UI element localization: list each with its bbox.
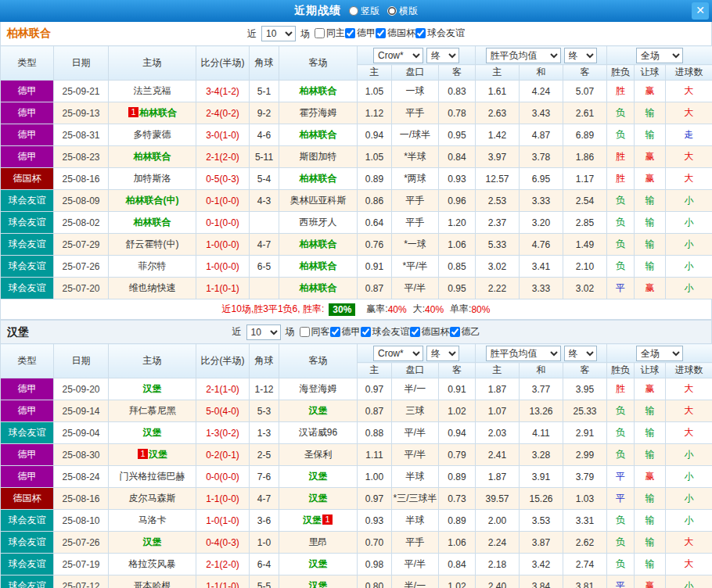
match-score[interactable]: 1-0(0-0)	[196, 256, 250, 278]
away-team-name[interactable]: 柏林联合	[300, 260, 337, 271]
away-team-name[interactable]: 汉堡	[303, 514, 322, 525]
away-team-name[interactable]: 西班牙人	[300, 217, 337, 228]
filter-option[interactable]: 德国杯	[376, 27, 415, 40]
match-score[interactable]: 0-5(0-3)	[196, 168, 250, 190]
filter-checkbox[interactable]	[415, 28, 426, 38]
view-vertical-radio[interactable]	[349, 6, 358, 16]
match-score[interactable]: 1-1(0-0)	[196, 488, 250, 510]
match-score[interactable]: 1-0(1-0)	[196, 510, 250, 532]
filter-checkbox[interactable]	[345, 28, 355, 38]
match-scope-select[interactable]: 全场	[636, 48, 683, 63]
avg-metric-select[interactable]: 胜平负均值	[486, 48, 561, 63]
home-team-name[interactable]: 门兴格拉德巴赫	[120, 471, 185, 482]
home-team-name[interactable]: 拜仁慕尼黑	[129, 405, 176, 416]
home-team-name[interactable]: 汉堡	[143, 427, 162, 438]
home-team-name[interactable]: 柏林联合(中)	[126, 195, 179, 206]
odds-company-select[interactable]: Crow*	[373, 346, 423, 361]
view-option-horizontal[interactable]: 横版	[387, 5, 418, 18]
home-team-name[interactable]: 维也纳快速	[129, 282, 176, 293]
match-score[interactable]: 0-2(0-1)	[196, 444, 250, 466]
home-team-name[interactable]: 格拉茨风暴	[129, 558, 176, 569]
odds-period-select[interactable]: 终	[426, 48, 459, 63]
away-team-name[interactable]: 汉堡	[309, 493, 328, 504]
away-team-name[interactable]: 柏林联合	[300, 173, 337, 184]
match-score[interactable]: 2-1(2-0)	[196, 554, 250, 575]
away-team-name[interactable]: 柏林联合	[300, 129, 337, 140]
away-team-name[interactable]: 汉堡	[309, 558, 328, 569]
avg-period-select[interactable]: 终	[564, 346, 597, 361]
match-score[interactable]: 2-1(2-0)	[196, 146, 250, 168]
home-team-name[interactable]: 柏林联合	[134, 217, 171, 228]
home-team-name[interactable]: 哥本哈根	[134, 580, 171, 588]
filter-option[interactable]: 德甲	[330, 325, 361, 339]
odds-company-select[interactable]: Crow*	[373, 48, 423, 63]
away-team-name[interactable]: 奥林匹亚科斯	[290, 195, 347, 206]
match-score[interactable]: 0-4(0-3)	[196, 532, 250, 554]
home-team-name[interactable]: 皮尔马森斯	[129, 493, 176, 504]
away-team-name[interactable]: 海登海姆	[300, 383, 337, 394]
games-count-select[interactable]: 10	[246, 324, 281, 340]
match-score[interactable]: 1-1(1-0)	[196, 575, 250, 588]
team-name[interactable]: 柏林联合	[7, 27, 51, 41]
filter-checkbox[interactable]	[300, 327, 310, 337]
home-team-name[interactable]: 多特蒙德	[134, 129, 171, 140]
avg-away-odds: 2.10	[563, 256, 607, 278]
away-team-name[interactable]: 汉诺威96	[299, 427, 337, 438]
home-team-name[interactable]: 柏林联合	[139, 107, 177, 118]
filter-option[interactable]: 球会友谊	[361, 325, 410, 339]
avg-period-select[interactable]: 终	[564, 48, 597, 63]
team-name[interactable]: 汉堡	[7, 325, 29, 339]
match-score[interactable]: 3-0(1-0)	[196, 124, 250, 146]
match-score[interactable]: 0-1(0-0)	[196, 190, 250, 212]
home-team-name[interactable]: 汉堡	[149, 449, 167, 460]
home-team-name[interactable]: 柏林联合	[134, 151, 171, 162]
filter-option[interactable]: 德甲	[345, 27, 376, 40]
match-scope-select[interactable]: 全场	[636, 346, 683, 361]
away-team-name[interactable]: 柏林联合	[300, 282, 337, 293]
match-score[interactable]: 2-1(1-0)	[196, 378, 250, 400]
games-count-select[interactable]: 10	[261, 26, 296, 41]
away-team-name[interactable]: 柏林联合	[300, 238, 337, 249]
avg-metric-select[interactable]: 胜平负均值	[486, 346, 561, 361]
match-score[interactable]: 1-3(0-2)	[196, 422, 250, 444]
away-team-name[interactable]: 圣保利	[304, 449, 333, 460]
home-team-name[interactable]: 法兰克福	[134, 85, 171, 96]
away-team-name[interactable]: 汉堡	[309, 471, 328, 482]
match-score[interactable]: 3-4(1-2)	[196, 81, 250, 102]
away-team-name[interactable]: 柏林联合	[300, 85, 337, 96]
filter-checkbox[interactable]	[361, 327, 371, 337]
filter-checkbox[interactable]	[410, 327, 420, 337]
view-option-vertical[interactable]: 竖版	[349, 5, 379, 18]
away-team-name[interactable]: 里昂	[309, 536, 328, 547]
filter-option[interactable]: 同客	[300, 325, 330, 339]
match-score[interactable]: 1-0(0-0)	[196, 234, 250, 256]
filter-checkbox[interactable]	[376, 28, 386, 38]
filter-option[interactable]: 同主	[315, 27, 345, 40]
home-team-name[interactable]: 舒云霍特(中)	[126, 238, 179, 249]
view-horizontal-radio[interactable]	[387, 6, 397, 16]
filter-option[interactable]: 德国杯	[410, 325, 450, 339]
odds-period-select[interactable]: 终	[426, 346, 459, 361]
home-team-name[interactable]: 汉堡	[143, 383, 162, 394]
filter-checkbox[interactable]	[330, 327, 340, 337]
filter-option[interactable]: 球会友谊	[415, 27, 465, 40]
away-team-name[interactable]: 斯图加特	[300, 151, 337, 162]
close-icon[interactable]: ✕	[692, 2, 709, 20]
away-team-name[interactable]: 霍芬海姆	[300, 107, 337, 118]
match-score[interactable]: 0-0(0-0)	[196, 466, 250, 488]
match-score[interactable]: 1-1(0-1)	[196, 278, 250, 299]
corner-count: 3-6	[250, 510, 279, 532]
match-score[interactable]: 2-4(0-2)	[196, 102, 250, 124]
home-team-name[interactable]: 汉堡	[143, 536, 162, 547]
match-score[interactable]: 0-1(0-0)	[196, 212, 250, 234]
filter-checkbox[interactable]	[315, 28, 325, 38]
home-team-name[interactable]: 马洛卡	[138, 514, 167, 525]
match-score[interactable]: 5-0(4-0)	[196, 400, 250, 422]
filter-checkbox[interactable]	[450, 327, 460, 337]
home-team-name[interactable]: 菲尔特	[138, 260, 167, 271]
filter-option[interactable]: 德乙	[450, 325, 480, 339]
handicap-line: *两球	[392, 168, 439, 190]
home-team-name[interactable]: 加特斯洛	[134, 173, 171, 184]
away-team-name[interactable]: 汉堡	[309, 405, 328, 416]
away-team-name[interactable]: 汉堡	[309, 580, 328, 588]
